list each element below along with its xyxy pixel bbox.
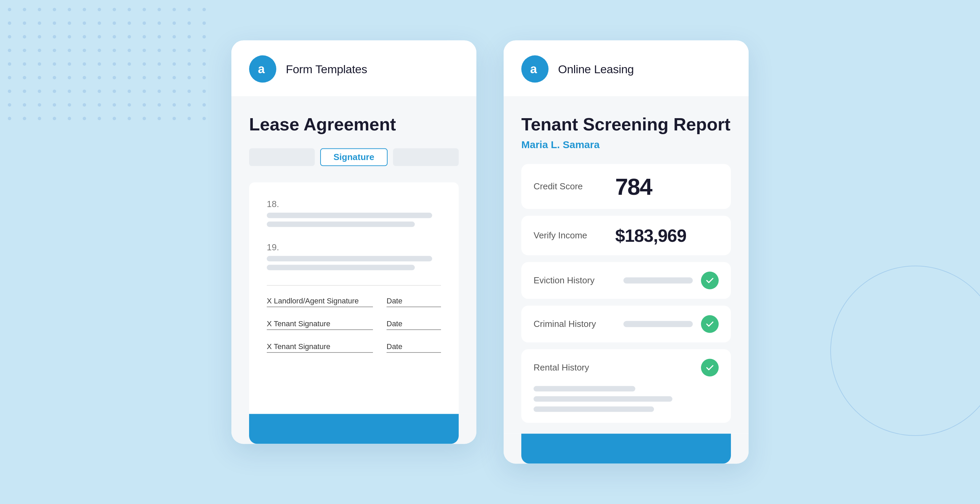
svg-point-46: [68, 49, 71, 52]
criminal-history-bar: [624, 321, 693, 327]
svg-point-123: [172, 117, 176, 120]
svg-point-6: [98, 8, 101, 11]
svg-point-78: [127, 76, 131, 79]
svg-point-107: [143, 103, 146, 107]
appfolio-logo-icon-right: a: [527, 62, 542, 77]
rental-detail-line-3: [533, 406, 654, 412]
credit-score-row: Credit Score 784: [521, 164, 731, 209]
sig-row-landlord: X Landlord/Agent Signature Date: [267, 296, 441, 307]
svg-point-43: [23, 49, 26, 52]
sig-row-tenant1: X Tenant Signature Date: [267, 319, 441, 330]
svg-point-124: [188, 117, 191, 120]
svg-point-44: [38, 49, 41, 52]
svg-point-113: [23, 117, 26, 120]
svg-point-110: [188, 103, 191, 107]
svg-point-24: [158, 21, 161, 25]
online-leasing-action-button[interactable]: [521, 434, 731, 464]
svg-point-87: [53, 89, 56, 93]
svg-point-54: [188, 49, 191, 52]
svg-point-56: [8, 62, 11, 66]
tab-signature[interactable]: Signature: [320, 148, 387, 166]
svg-point-109: [172, 103, 176, 107]
svg-point-47: [83, 49, 86, 52]
criminal-check-icon: [701, 315, 719, 333]
svg-point-84: [8, 89, 11, 93]
svg-point-70: [8, 76, 11, 79]
svg-point-39: [172, 35, 176, 38]
svg-point-95: [172, 89, 176, 93]
sig-label-tenant2: X Tenant Signature: [267, 342, 331, 351]
svg-point-18: [68, 21, 71, 25]
svg-point-65: [143, 62, 146, 66]
svg-point-116: [68, 117, 71, 120]
svg-point-11: [172, 8, 176, 11]
svg-point-30: [38, 35, 41, 38]
check-svg-criminal: [705, 319, 714, 329]
svg-point-80: [158, 76, 161, 79]
svg-point-121: [143, 117, 146, 120]
signature-section: X Landlord/Agent Signature Date X: [267, 285, 441, 352]
svg-point-118: [98, 117, 101, 120]
eviction-check-icon: [701, 271, 719, 289]
svg-point-76: [98, 76, 101, 79]
online-leasing-title: Online Leasing: [558, 62, 634, 76]
svg-point-122: [158, 117, 161, 120]
svg-point-69: [202, 62, 206, 66]
date-line-tenant2: Date: [387, 342, 441, 352]
svg-point-15: [23, 21, 26, 25]
svg-point-27: [202, 21, 206, 25]
appfolio-logo-icon-left: a: [255, 62, 270, 77]
criminal-history-row: Criminal History: [521, 305, 731, 342]
rental-detail-line-2: [533, 396, 672, 402]
sig-field-tenant2: X Tenant Signature: [267, 342, 373, 352]
svg-point-96: [188, 89, 191, 93]
svg-point-92: [127, 89, 131, 93]
check-svg-rental: [705, 363, 714, 372]
applicant-name: Maria L. Samara: [521, 139, 731, 150]
form-templates-header: a Form Templates: [231, 40, 476, 97]
income-label: Verify Income: [533, 230, 615, 241]
date-line-tenant1: Date: [387, 319, 441, 330]
svg-point-106: [127, 103, 131, 107]
svg-point-7: [113, 8, 116, 11]
svg-point-2: [38, 8, 41, 11]
sig-label-landlord: X Landlord/Agent Signature: [267, 296, 359, 305]
svg-point-48: [98, 49, 101, 52]
svg-point-103: [83, 103, 86, 107]
svg-point-3: [53, 8, 56, 11]
doc-number-18: 18.: [267, 199, 441, 209]
svg-point-36: [127, 35, 131, 38]
svg-text:a: a: [530, 62, 537, 76]
check-svg-eviction: [705, 276, 714, 285]
svg-point-104: [98, 103, 101, 107]
online-leasing-card: a Online Leasing Tenant Screening Report…: [504, 40, 749, 464]
lease-agreement-title: Lease Agreement: [249, 115, 459, 135]
rental-history-row: Rental History: [521, 349, 731, 423]
svg-point-81: [172, 76, 176, 79]
svg-point-10: [158, 8, 161, 11]
svg-point-1: [23, 8, 26, 11]
svg-point-21: [113, 21, 116, 25]
rental-detail-lines: [533, 386, 719, 412]
svg-point-89: [83, 89, 86, 93]
svg-point-12: [188, 8, 191, 11]
svg-point-100: [38, 103, 41, 107]
svg-point-66: [158, 62, 161, 66]
svg-point-72: [38, 76, 41, 79]
form-templates-action-button[interactable]: [249, 414, 459, 444]
tab-item-1[interactable]: [249, 148, 315, 166]
svg-point-64: [127, 62, 131, 66]
svg-point-102: [68, 103, 71, 107]
svg-point-62: [98, 62, 101, 66]
svg-point-119: [113, 117, 116, 120]
svg-point-108: [158, 103, 161, 107]
rental-detail-line-1: [533, 386, 635, 391]
svg-point-45: [53, 49, 56, 52]
sig-row-tenant2: X Tenant Signature Date: [267, 342, 441, 352]
tab-row: Signature: [249, 148, 459, 166]
cards-container: a Form Templates Lease Agreement Signatu…: [231, 40, 749, 464]
screening-rows: Credit Score 784 Verify Income $183,969 …: [521, 164, 731, 434]
svg-point-120: [127, 117, 131, 120]
tab-item-3[interactable]: [393, 148, 459, 166]
svg-point-40: [188, 35, 191, 38]
